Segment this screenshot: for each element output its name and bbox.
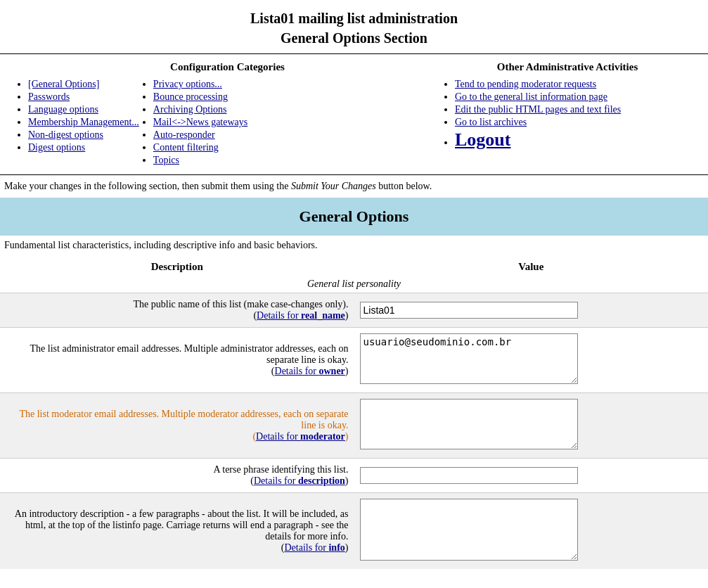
description-details-link[interactable]: Details for description [254,475,345,486]
nondigest-link[interactable]: Non-digest options [28,129,103,140]
passwords-link[interactable]: Passwords [28,91,70,102]
list-item: Digest options [28,142,139,153]
list-item: [General Options] [28,79,139,90]
config-col2: Privacy options... Bounce processing Arc… [139,79,247,167]
list-item: Non-digest options [28,129,139,141]
config-col1: [General Options] Passwords Language opt… [14,79,139,167]
list-item: Content filtering [153,142,247,153]
list-item: Privacy options... [153,79,247,90]
general-options-link[interactable]: [General Options] [28,79,99,89]
real-name-input[interactable] [360,302,578,319]
list-info-link[interactable]: Go to the general list information page [455,91,607,102]
bounce-link[interactable]: Bounce processing [153,91,228,102]
list-item: Topics [153,155,247,166]
archives-link[interactable]: Go to list archives [455,117,527,127]
desc-column-header: Description [0,258,354,276]
top-section: Configuration Categories [General Option… [0,54,708,174]
real-name-details-link[interactable]: Details for real_name [257,310,345,321]
desc-cell: The public name of this list (make case-… [0,293,354,328]
section-desc: Fundamental list characteristics, includ… [0,236,708,258]
table-row: The public name of this list (make case-… [0,293,708,328]
list-item: Archiving Options [153,104,247,115]
column-header-row: Description Value [0,258,708,276]
page-title: Lista01 mailing list administration Gene… [0,0,708,53]
val-cell [354,393,709,459]
list-item: Membership Management... [28,117,139,128]
topics-link[interactable]: Topics [153,155,179,165]
language-link[interactable]: Language options [28,104,98,115]
other-admin-heading: Other Administrative Activities [441,61,694,73]
html-pages-link[interactable]: Edit the public HTML pages and text file… [455,104,621,115]
list-item: Bounce processing [153,91,247,103]
list-item: Tend to pending moderator requests [455,79,694,90]
digest-link[interactable]: Digest options [28,142,85,153]
config-categories: Configuration Categories [General Option… [14,61,441,167]
desc-cell: The list administrator email addresses. … [0,328,354,393]
membership-link[interactable]: Membership Management... [28,117,139,127]
desc-cell: An introductory description - a few para… [0,493,354,570]
info-details-link[interactable]: Details for info [285,542,345,553]
list-item: Edit the public HTML pages and text file… [455,104,694,115]
other-admin-list: Tend to pending moderator requests Go to… [441,79,694,128]
moderator-textarea[interactable] [360,399,578,449]
info-textarea[interactable] [360,499,578,561]
options-table: Description Value General list personali… [0,258,708,569]
moderator-details-link[interactable]: Details for moderator [256,431,345,442]
val-column-header: Value [354,258,709,276]
val-cell [354,459,709,493]
intro-text: Make your changes in the following secti… [0,175,708,198]
privacy-link[interactable]: Privacy options... [153,79,222,89]
archiving-link[interactable]: Archiving Options [153,104,227,115]
other-admin: Other Administrative Activities Tend to … [441,61,694,167]
list-item: Language options [28,104,139,115]
val-cell [354,293,709,328]
list-item: Go to the general list information page [455,91,694,103]
news-link[interactable]: Mail<->News gateways [153,117,247,127]
logout-link[interactable]: Logout [455,129,510,150]
list-item: Go to list archives [455,117,694,128]
section-header: General Options [0,198,708,236]
personality-row: General list personality [0,276,708,293]
table-row: An introductory description - a few para… [0,493,708,570]
autoresponder-link[interactable]: Auto-responder [153,129,215,140]
desc-cell: The list moderator email addresses. Mult… [0,393,354,459]
pending-link[interactable]: Tend to pending moderator requests [455,79,596,89]
desc-cell: A terse phrase identifying this list. (D… [0,459,354,493]
val-cell: usuario@seudominio.com.br [354,328,709,393]
val-cell [354,493,709,570]
owner-textarea[interactable]: usuario@seudominio.com.br [360,333,578,384]
description-input[interactable] [360,467,578,484]
owner-details-link[interactable]: Details for owner [275,366,345,376]
list-item: Mail<->News gateways [153,117,247,128]
list-item: Passwords [28,91,139,103]
list-item: Auto-responder [153,129,247,141]
content-link[interactable]: Content filtering [153,142,219,153]
logout-list: Logout [441,129,694,151]
table-row: The list moderator email addresses. Mult… [0,393,708,459]
logout-item: Logout [455,129,694,151]
table-row: A terse phrase identifying this list. (D… [0,459,708,493]
config-heading: Configuration Categories [14,61,441,73]
table-row: The list administrator email addresses. … [0,328,708,393]
personality-label: General list personality [0,276,708,293]
